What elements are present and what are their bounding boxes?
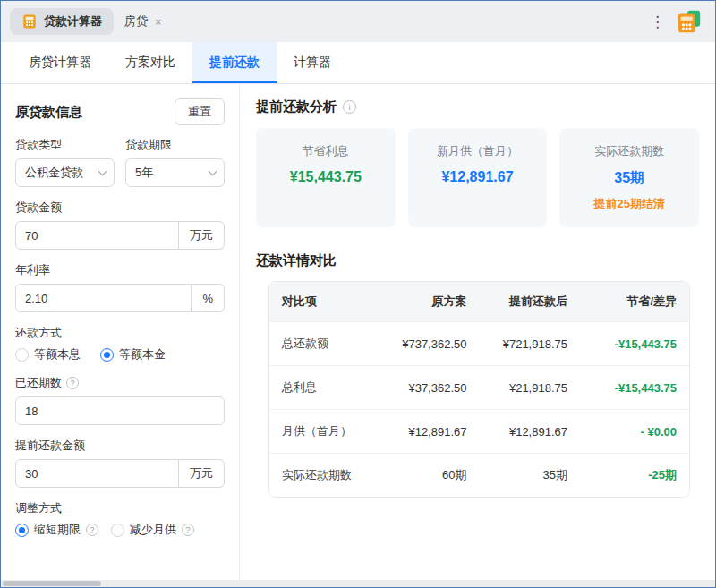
- analysis-title: 提前还款分析: [256, 98, 337, 115]
- comparison-after: ¥21,918.75: [480, 381, 581, 395]
- comparison-original: ¥37,362.50: [379, 381, 480, 395]
- tab-calculator[interactable]: 计算器: [277, 42, 348, 83]
- rate-unit: %: [192, 284, 225, 312]
- reset-button[interactable]: 重置: [175, 98, 225, 125]
- info-icon[interactable]: i: [343, 100, 356, 114]
- comparison-diff: - ¥0.00: [580, 425, 689, 439]
- main-content: 原贷款信息 重置 贷款类型 公积金贷款 贷款期限 5年: [1, 84, 715, 580]
- radio-checked-icon: [15, 524, 29, 537]
- app-logo-icon[interactable]: [676, 8, 703, 35]
- rate-input[interactable]: [15, 284, 192, 312]
- card-new-monthly-payment: 新月供（首月） ¥12,891.67: [408, 128, 548, 227]
- paid-periods-input[interactable]: [15, 396, 225, 425]
- comparison-diff: -¥15,443.75: [580, 381, 689, 395]
- app-window: 贷款计算器 房贷 × ⋮ 房贷计算器 方案对比 提前还款 计算器: [0, 0, 716, 588]
- card-value: 35期: [567, 169, 692, 188]
- loan-term-select[interactable]: 5年: [125, 158, 225, 187]
- nav-tabs: 房贷计算器 方案对比 提前还款 计算器: [1, 42, 715, 84]
- form-title: 原贷款信息: [15, 104, 82, 121]
- radio-reduce-payment[interactable]: 减少月供 ?: [111, 522, 194, 538]
- comparison-after: ¥721,918.75: [480, 337, 581, 351]
- help-icon[interactable]: ?: [182, 524, 194, 536]
- loan-type-label: 贷款类型: [15, 138, 115, 152]
- loan-form-panel: 原贷款信息 重置 贷款类型 公积金贷款 贷款期限 5年: [1, 84, 240, 580]
- app-tab-title: 贷款计算器: [44, 13, 102, 30]
- comparison-diff: -¥15,443.75: [580, 337, 689, 351]
- doc-tab[interactable]: 房贷 ×: [114, 8, 173, 35]
- repay-method-field: 还款方式 等额本息 等额本金: [15, 326, 225, 362]
- comparison-original: 60期: [379, 467, 480, 483]
- repay-method-label: 还款方式: [15, 326, 225, 340]
- loan-amount-input[interactable]: [15, 221, 179, 250]
- radio-label: 等额本息: [34, 346, 81, 362]
- prepay-amount-field: 提前还款金额 万元: [15, 439, 225, 488]
- radio-icon: [111, 524, 124, 537]
- app-tab[interactable]: 贷款计算器: [10, 8, 114, 35]
- comparison-item: 总还款额: [269, 336, 379, 352]
- comparison-item: 实际还款期数: [269, 467, 379, 483]
- card-label: 节省利息: [263, 143, 388, 159]
- card-extra-note: 提前25期结清: [567, 196, 692, 212]
- chevron-down-icon: [209, 166, 217, 175]
- loan-term-field: 贷款期限 5年: [125, 138, 225, 187]
- table-row: 实际还款期数 60期 35期 -25期: [269, 453, 689, 497]
- loan-type-value: 公积金贷款: [25, 165, 83, 181]
- help-icon[interactable]: ?: [86, 524, 98, 536]
- titlebar-actions: ⋮: [650, 8, 706, 35]
- table-row: 总利息 ¥37,362.50 ¥21,918.75 -¥15,443.75: [269, 365, 689, 409]
- adjust-method-label: 调整方式: [15, 501, 225, 516]
- horizontal-scrollbar[interactable]: [1, 580, 715, 587]
- header-original: 原方案: [379, 294, 480, 310]
- card-value: ¥12,891.67: [415, 169, 541, 185]
- loan-type-select[interactable]: 公积金贷款: [15, 158, 115, 187]
- help-icon[interactable]: ?: [66, 377, 79, 389]
- adjust-method-field: 调整方式 缩短期限 ? 减少月供 ?: [15, 501, 225, 538]
- tab-early-repayment[interactable]: 提前还款: [192, 42, 277, 83]
- scrollbar-thumb[interactable]: [3, 581, 101, 586]
- comparison-after: ¥12,891.67: [480, 425, 581, 439]
- loan-type-term-row: 贷款类型 公积金贷款 贷款期限 5年: [15, 138, 225, 187]
- radio-label: 缩短期限: [34, 522, 81, 538]
- paid-periods-label: 已还期数: [15, 376, 62, 390]
- loan-type-field: 贷款类型 公积金贷款: [15, 138, 115, 187]
- card-label: 实际还款期数: [567, 143, 692, 159]
- analysis-panel: 提前还款分析 i 节省利息 ¥15,443.75 新月供（首月） ¥12,891…: [240, 84, 715, 580]
- comparison-original: ¥12,891.67: [379, 425, 480, 439]
- tab-label: 方案对比: [125, 55, 175, 71]
- comparison-title: 还款详情对比: [256, 252, 699, 269]
- loan-amount-label: 贷款金额: [15, 200, 225, 215]
- loan-term-label: 贷款期限: [125, 138, 225, 152]
- close-icon[interactable]: ×: [155, 16, 162, 28]
- analysis-header: 提前还款分析 i: [256, 98, 699, 115]
- loan-term-value: 5年: [135, 165, 153, 181]
- header-item: 对比项: [269, 294, 379, 310]
- radio-icon: [15, 348, 29, 362]
- doc-tab-title: 房贷: [124, 13, 148, 30]
- tab-label: 房贷计算器: [29, 55, 91, 71]
- card-interest-saved: 节省利息 ¥15,443.75: [256, 128, 396, 227]
- radio-label: 等额本金: [119, 346, 166, 362]
- prepay-amount-input[interactable]: [15, 459, 179, 488]
- radio-shorten-term[interactable]: 缩短期限 ?: [15, 522, 98, 538]
- radio-equal-installment[interactable]: 等额本息: [15, 346, 81, 362]
- card-label: 新月供（首月）: [415, 143, 541, 159]
- table-row: 月供（首月） ¥12,891.67 ¥12,891.67 - ¥0.00: [269, 409, 689, 453]
- radio-equal-principal[interactable]: 等额本金: [100, 346, 166, 362]
- chevron-down-icon: [98, 166, 107, 175]
- more-menu-icon[interactable]: ⋮: [650, 14, 665, 30]
- header-diff: 节省/差异: [580, 294, 689, 310]
- comparison-item: 总利息: [269, 379, 379, 396]
- tab-plan-comparison[interactable]: 方案对比: [108, 42, 192, 83]
- comparison-table: 对比项 原方案 提前还款后 节省/差异 总还款额 ¥737,362.50 ¥72…: [268, 281, 690, 498]
- header-after: 提前还款后: [480, 294, 581, 310]
- summary-cards: 节省利息 ¥15,443.75 新月供（首月） ¥12,891.67 实际还款期…: [256, 128, 699, 227]
- radio-checked-icon: [100, 348, 114, 362]
- paid-periods-field: 已还期数 ?: [15, 376, 225, 425]
- titlebar: 贷款计算器 房贷 × ⋮: [1, 1, 715, 42]
- rate-label: 年利率: [15, 263, 225, 277]
- tab-mortgage-calculator[interactable]: 房贷计算器: [12, 42, 108, 83]
- tab-label: 计算器: [294, 55, 331, 71]
- loan-amount-unit: 万元: [179, 221, 225, 250]
- table-header-row: 对比项 原方案 提前还款后 节省/差异: [269, 282, 689, 321]
- comparison-original: ¥737,362.50: [379, 337, 480, 351]
